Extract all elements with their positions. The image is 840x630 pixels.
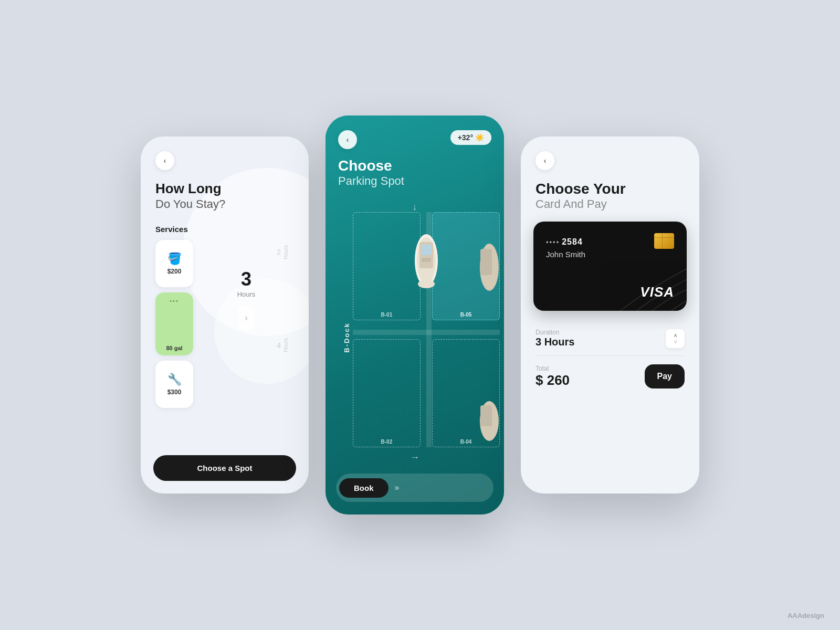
nav-right-arrow: → bbox=[410, 452, 419, 463]
back-button-screen1[interactable]: ‹ bbox=[155, 151, 174, 170]
total-value: $ 260 bbox=[536, 372, 570, 388]
service-card-gas[interactable]: ••• 80 gal bbox=[155, 292, 193, 355]
hour4-label: 4 bbox=[277, 341, 281, 350]
screen-how-long: ‹ How Long Do You Stay? Services 🪣 $200 … bbox=[141, 136, 309, 494]
screen1-title-light: Do You Stay? bbox=[155, 197, 294, 212]
choose-spot-button[interactable]: Choose a Spot bbox=[153, 455, 296, 481]
screen-parking-spot: ‹ +32° ☀️ Choose Parking Spot ↓ B-Dock bbox=[326, 116, 504, 514]
svg-point-5 bbox=[418, 280, 435, 288]
card-chip-icon bbox=[654, 233, 674, 249]
chevron-down-icon: ∨ bbox=[674, 339, 677, 344]
svg-rect-9 bbox=[480, 405, 492, 426]
back-button-screen3[interactable]: ‹ bbox=[536, 151, 554, 170]
temp-value: +32° bbox=[458, 133, 473, 142]
svg-rect-7 bbox=[480, 249, 492, 275]
pay-button[interactable]: Pay bbox=[645, 364, 685, 388]
temperature-badge: +32° ☀️ bbox=[450, 130, 491, 145]
visa-brand: VISA bbox=[640, 284, 674, 300]
dock-label: B-Dock bbox=[343, 322, 351, 353]
card-dots: •••• bbox=[546, 238, 560, 246]
credit-card[interactable]: •••• 2584 John Smith VISA bbox=[533, 222, 687, 311]
screen3-title-bold: Choose Your bbox=[536, 181, 685, 197]
screen2-title-bold: Choose bbox=[338, 158, 491, 174]
book-button[interactable]: Book bbox=[339, 478, 388, 498]
screen3-title-light: Card And Pay bbox=[536, 197, 685, 211]
total-row: Total $ 260 Pay bbox=[536, 356, 685, 397]
screen2-title-light: Parking Spot bbox=[338, 174, 491, 188]
chevron-up-icon: ∧ bbox=[674, 333, 677, 338]
card-number: 2584 bbox=[562, 237, 583, 247]
svg-rect-4 bbox=[422, 258, 431, 262]
duration-value: 3 bbox=[237, 268, 256, 290]
sun-icon: ☀️ bbox=[475, 133, 484, 142]
svg-rect-3 bbox=[421, 245, 432, 255]
service-card-fuel[interactable]: 🪣 $200 bbox=[155, 240, 193, 287]
service3-price: $300 bbox=[167, 388, 182, 396]
book-chevron-icon: » bbox=[395, 483, 400, 492]
duration-label: Duration bbox=[536, 329, 574, 336]
duration-row: Duration 3 Hours ∧ ∨ bbox=[536, 321, 685, 356]
book-bar: Book » bbox=[336, 474, 494, 502]
total-label: Total bbox=[536, 365, 570, 372]
duration-arrow[interactable]: › bbox=[237, 306, 255, 330]
repair-icon: 🔧 bbox=[167, 373, 182, 386]
service1-price: $200 bbox=[167, 268, 182, 275]
fuel-icon: 🪣 bbox=[167, 252, 182, 266]
hour2-label: 2 bbox=[277, 248, 281, 256]
spot-b02[interactable]: B-02 bbox=[353, 339, 421, 447]
nav-down-arrow: ↓ bbox=[413, 202, 417, 213]
duration-stepper[interactable]: ∧ ∨ bbox=[666, 329, 685, 348]
screen1-title-bold: How Long bbox=[155, 181, 294, 197]
hour4-unit: Hours bbox=[283, 338, 289, 352]
services-label: Services bbox=[155, 225, 294, 234]
duration-value: 3 Hours bbox=[536, 336, 574, 348]
service-card-repair[interactable]: 🔧 $300 bbox=[155, 361, 193, 408]
service2-label: 80 gal bbox=[166, 345, 182, 351]
watermark: AAAdesign bbox=[788, 612, 824, 620]
screen-payment: ‹ Choose Your Card And Pay bbox=[521, 136, 699, 494]
hour2-unit: Hours bbox=[283, 245, 289, 259]
duration-unit: Hours bbox=[237, 290, 256, 298]
back-button-screen2[interactable]: ‹ bbox=[338, 130, 357, 149]
